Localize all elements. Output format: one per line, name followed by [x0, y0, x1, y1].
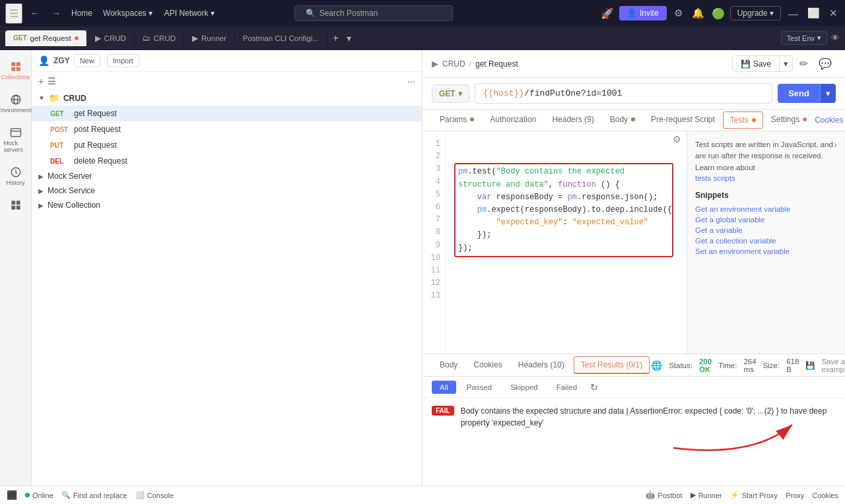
api-network-menu[interactable]: API Network ▾ [160, 9, 219, 18]
mock-service-item[interactable]: ▶ Mock Service [32, 183, 422, 198]
resp-tab-headers[interactable]: Headers (10) [510, 355, 572, 376]
tab-settings[interactable]: Settings [763, 110, 815, 131]
sidebar-header: 👤 ZGY New Import [32, 50, 422, 72]
add-collection-button[interactable]: + [38, 76, 44, 86]
tab-tests[interactable]: Tests [723, 111, 763, 129]
minimize-button[interactable]: — [786, 6, 800, 21]
cookies-status-item[interactable]: Cookies [812, 491, 838, 499]
send-dropdown-button[interactable]: ▾ [820, 84, 836, 103]
save-icon: 💾 [741, 59, 751, 69]
tab-runner[interactable]: ▶ Runner [184, 30, 235, 47]
snippet-set-env-var[interactable]: Set an environment variable [695, 246, 837, 257]
params-dot [470, 117, 474, 121]
filter-failed[interactable]: Failed [549, 381, 585, 394]
start-proxy-item[interactable]: ⚡ Start Proxy [730, 491, 778, 499]
tab-body[interactable]: Body [602, 110, 643, 131]
filter-skipped[interactable]: Skipped [502, 381, 546, 394]
hamburger-menu[interactable]: ☰ [5, 3, 22, 24]
tab-crud-1[interactable]: ▶ CRUD [87, 30, 135, 47]
request-put-request[interactable]: PUT put Request [32, 137, 422, 153]
request-get-request[interactable]: GET get Request [32, 106, 422, 121]
postbot-item[interactable]: 🤖 Postbot [646, 491, 682, 499]
tests-scripts-link[interactable]: tests scripts [695, 174, 735, 182]
bell-icon[interactable]: 🔔 [690, 5, 706, 21]
filter-all[interactable]: All [432, 381, 456, 394]
send-button[interactable]: Send [778, 84, 820, 103]
snippet-get-global-var[interactable]: Get a global variable [695, 214, 837, 225]
tab-authorization[interactable]: Authorization [482, 110, 544, 131]
import-button[interactable]: Import [107, 54, 139, 67]
edit-icon[interactable]: ✏ [795, 55, 812, 72]
mock-server-item[interactable]: ▶ Mock Server [32, 169, 422, 183]
filter-tabs: All Passed Skipped Failed ↻ [422, 377, 845, 398]
more-options-button[interactable]: ··· [407, 76, 415, 86]
sidebar-item-collections[interactable]: Collections [1, 55, 30, 86]
line-numbers: 12345 678910 111213 [422, 131, 446, 354]
online-status[interactable]: Online [25, 491, 53, 499]
method-label: PUT [50, 142, 70, 149]
workspaces-menu[interactable]: Workspaces ▾ [99, 9, 156, 18]
tab-overflow-button[interactable]: ▾ [344, 29, 354, 47]
new-button[interactable]: New [74, 54, 100, 67]
code-line-1 [454, 138, 679, 150]
refresh-button[interactable]: ↻ [590, 382, 598, 393]
tab-crud-2[interactable]: 🗂 CRUD [135, 30, 184, 47]
filter-passed[interactable]: Passed [459, 381, 500, 394]
new-collection-item[interactable]: ▶ New Collection [32, 198, 422, 212]
search-icon: 🔍 [61, 491, 71, 499]
statusbar-expand-button[interactable]: ⬛ [7, 490, 17, 500]
url-input[interactable]: {{host}} /findPutOne?id=1001 [475, 83, 773, 104]
svg-rect-1 [16, 62, 20, 66]
snippet-get-var[interactable]: Get a variable [695, 225, 837, 236]
tab-get-request[interactable]: GET get Request [5, 30, 87, 46]
tab-postman-cli[interactable]: Postman CLI Configi... [235, 30, 327, 46]
snippet-get-env-var[interactable]: Get an environment variable [695, 204, 837, 214]
maximize-button[interactable]: ⬜ [805, 5, 822, 21]
sidebar-item-more[interactable] [1, 194, 30, 216]
save-button[interactable]: 💾 Save [733, 56, 779, 71]
request-delete-request[interactable]: DEL delete Request [32, 153, 422, 169]
search-icon: 🔍 [306, 9, 316, 18]
upgrade-button[interactable]: Upgrade ▾ [730, 6, 781, 20]
collection-crud[interactable]: ▼ 📁 CRUD [32, 90, 422, 106]
invite-button[interactable]: 👤 Invite [619, 6, 667, 20]
method-selector[interactable]: GET ▾ [432, 84, 469, 103]
expand-sidebar-button[interactable]: › [834, 139, 837, 150]
code-content[interactable]: ⚙ pm.test("Body contains the expected st… [446, 131, 687, 354]
resp-tab-cookies[interactable]: Cookies [465, 355, 510, 376]
console-item[interactable]: ⬜ Console [135, 491, 174, 499]
proxy-item[interactable]: Proxy [786, 491, 804, 499]
environment-selector[interactable]: Test Env ▾ [781, 31, 827, 45]
tab-params[interactable]: Params [432, 110, 482, 131]
user-plus-icon: 👤 [627, 9, 637, 18]
format-icon[interactable]: ⚙ [673, 134, 681, 144]
request-post-request[interactable]: POST post Request [32, 121, 422, 137]
save-example-icon: 💾 [805, 361, 815, 370]
save-dropdown-button[interactable]: ▾ [779, 56, 792, 71]
snippet-get-collection-var[interactable]: Get a collection variable [695, 236, 837, 246]
code-editor[interactable]: 12345 678910 111213 ⚙ pm.test("Body cont… [422, 131, 687, 354]
sidebar-item-environments[interactable]: Environments [1, 88, 30, 119]
home-link[interactable]: Home [69, 9, 95, 18]
resp-tab-body[interactable]: Body [432, 355, 465, 376]
send-button-group: Send ▾ [778, 84, 836, 103]
search-bar[interactable]: 🔍 Search Postman [294, 5, 453, 21]
save-as-example-link[interactable]: Save as example [821, 358, 845, 373]
nav-forward-button[interactable]: → [48, 5, 65, 21]
sidebar-item-history[interactable]: History [1, 161, 30, 191]
eye-icon[interactable]: 👁 [831, 33, 840, 43]
breadcrumb-actions: 💾 Save ▾ ✏ 💬 [732, 55, 836, 72]
cookies-link[interactable]: Cookies [815, 110, 843, 130]
sidebar-item-mock-servers[interactable]: Mock servers [1, 121, 30, 158]
tab-pre-request[interactable]: Pre-request Script [643, 110, 723, 131]
comment-icon[interactable]: 💬 [815, 55, 836, 72]
nav-back-button[interactable]: ← [26, 5, 44, 21]
filter-button[interactable]: ☰ [48, 76, 56, 86]
find-replace-item[interactable]: 🔍 Find and replace [61, 491, 127, 499]
resp-tab-test-results[interactable]: Test Results (0/1) [574, 356, 650, 374]
runner-status-item[interactable]: ▶ Runner [691, 491, 722, 499]
close-button[interactable]: ✕ [827, 5, 840, 21]
tab-headers[interactable]: Headers (9) [544, 110, 601, 131]
add-tab-button[interactable]: + [327, 28, 344, 48]
settings-icon[interactable]: ⚙ [672, 5, 685, 21]
